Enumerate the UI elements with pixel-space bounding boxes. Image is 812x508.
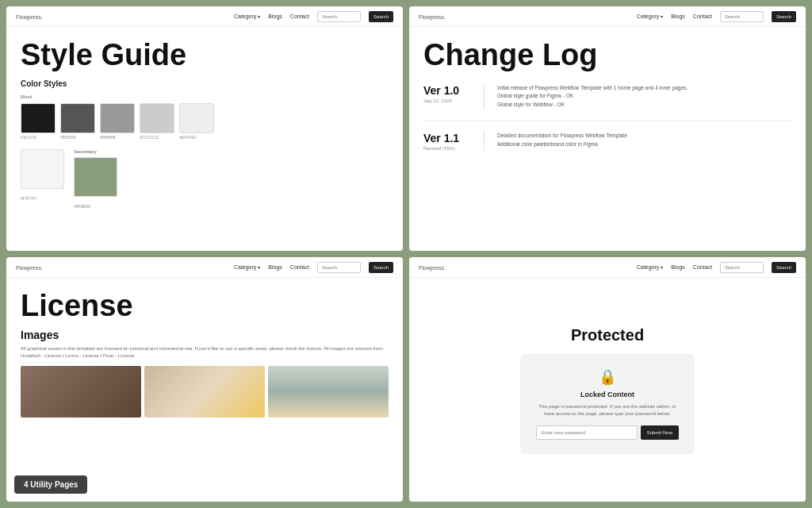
image-architecture [268, 366, 389, 418]
logo-changelog: Flowpress. [419, 13, 446, 21]
secondary-white: #F7F7F7 [21, 149, 64, 203]
version-2: Ver 1.1 Planned (TBA) [423, 132, 471, 151]
search-input-1[interactable] [317, 11, 361, 22]
secondary-green: Secondary #8FBE08 [74, 149, 117, 211]
logo-license: Flowpress. [16, 264, 43, 271]
color-swatches-row: #1F1F1F #555555 #888888 #CCCCCC #EFEFEF [21, 103, 389, 140]
image-grid [21, 366, 389, 418]
license-body: License Images All graphical assets in t… [6, 278, 403, 502]
nav-contact-1[interactable]: Contact [290, 13, 309, 19]
chevron-down-icon-2: ▾ [661, 13, 663, 19]
password-input[interactable] [536, 425, 638, 440]
color-section-title: Color Styles [21, 79, 389, 88]
swatch-light-gray [140, 103, 174, 133]
changelog-notes-2: Detailed documentation for Flowpress Web… [497, 132, 627, 151]
nav-protected: Flowpress. Category ▾ Blogs Contact Sear… [409, 257, 806, 278]
nav-blogs-4[interactable]: Blogs [671, 264, 685, 270]
search-input-4[interactable] [720, 262, 764, 273]
utility-pages-badge: 4 Utility Pages [14, 475, 87, 494]
color-2: #555555 [60, 103, 95, 140]
changelog-notes-1: Initial release of Flowpress Webflow Tem… [497, 84, 688, 109]
nav-contact-4[interactable]: Contact [693, 264, 712, 270]
search-button-4[interactable]: Search [772, 262, 796, 273]
nav-category-4[interactable]: Category ▾ [637, 264, 663, 270]
color-5: #EFEFEF [179, 103, 214, 140]
protected-card: 🔒 Locked Content This page is password p… [520, 354, 695, 454]
nav-style-guide: Flowpress. Category ▾ Blogs Contact Sear… [6, 6, 403, 27]
panel-license: Flowpress. Category ▾ Blogs Contact Sear… [6, 257, 403, 502]
divider-2 [484, 132, 485, 151]
submit-button[interactable]: Submit Now [641, 425, 679, 440]
black-label: Black [21, 94, 389, 99]
locked-content-desc: This page is password protected. If you … [536, 403, 679, 418]
nav-contact-3[interactable]: Contact [290, 264, 309, 270]
changelog-title: Change Log [423, 40, 791, 70]
changelog-entry-2: Ver 1.1 Planned (TBA) Detailed documenta… [423, 132, 791, 162]
color-1: #1F1F1F [21, 103, 56, 140]
search-input-3[interactable] [317, 262, 361, 273]
swatch-green [74, 157, 117, 197]
protected-body: Protected 🔒 Locked Content This page is … [409, 278, 806, 502]
nav-contact-2[interactable]: Contact [693, 13, 712, 19]
divider-1 [484, 84, 485, 109]
style-guide-title: Style Guide [21, 40, 389, 70]
locked-content-title: Locked Content [580, 391, 634, 398]
nav-blogs-2[interactable]: Blogs [671, 13, 685, 19]
color-4: #CCCCCC [140, 103, 174, 140]
logo-protected: Flowpress. [419, 264, 446, 271]
panel-protected: Flowpress. Category ▾ Blogs Contact Sear… [409, 257, 806, 502]
nav-blogs-1[interactable]: Blogs [268, 13, 282, 19]
nav-changelog: Flowpress. Category ▾ Blogs Contact Sear… [409, 6, 806, 27]
image-man [21, 366, 141, 418]
swatch-white [21, 149, 64, 189]
images-section-title: Images [21, 329, 389, 341]
chevron-down-icon-3: ▾ [258, 264, 260, 270]
panel-style-guide: Flowpress. Category ▾ Blogs Contact Sear… [6, 6, 403, 251]
logo-style-guide: Flowpress. [16, 13, 43, 21]
style-guide-body: Style Guide Color Styles Black #1F1F1F #… [6, 27, 403, 251]
nav-license: Flowpress. Category ▾ Blogs Contact Sear… [6, 257, 403, 278]
swatch-dark-gray [60, 103, 95, 133]
nav-category-1[interactable]: Category ▾ [234, 13, 260, 19]
secondary-colors-row: #F7F7F7 Secondary #8FBE08 [21, 149, 389, 211]
search-input-2[interactable] [720, 11, 764, 22]
chevron-down-icon-4: ▾ [661, 264, 663, 270]
search-button-1[interactable]: Search [369, 11, 393, 22]
swatch-mid-gray [100, 103, 135, 133]
images-desc: All graphical assets in this template ar… [21, 345, 389, 360]
nav-category-3[interactable]: Category ▾ [234, 264, 260, 270]
search-button-3[interactable]: Search [369, 262, 393, 273]
chevron-down-icon: ▾ [258, 13, 260, 19]
changelog-body: Change Log Ver 1.0 Sep 12, 2024 Initial … [409, 27, 806, 251]
image-robot [144, 366, 265, 418]
license-title: License [21, 291, 389, 321]
lock-icon: 🔒 [599, 368, 616, 386]
color-3: #888888 [100, 103, 135, 140]
swatch-lightest-gray [179, 103, 214, 133]
password-row: Submit Now [536, 425, 679, 440]
protected-title: Protected [571, 326, 644, 344]
nav-category-2[interactable]: Category ▾ [637, 13, 663, 19]
changelog-entry-1: Ver 1.0 Sep 12, 2024 Initial release of … [423, 84, 791, 121]
version-1: Ver 1.0 Sep 12, 2024 [423, 84, 471, 109]
nav-blogs-3[interactable]: Blogs [268, 264, 282, 270]
search-button-2[interactable]: Search [772, 11, 796, 22]
panel-changelog: Flowpress. Category ▾ Blogs Contact Sear… [409, 6, 806, 251]
swatch-black [21, 103, 56, 133]
